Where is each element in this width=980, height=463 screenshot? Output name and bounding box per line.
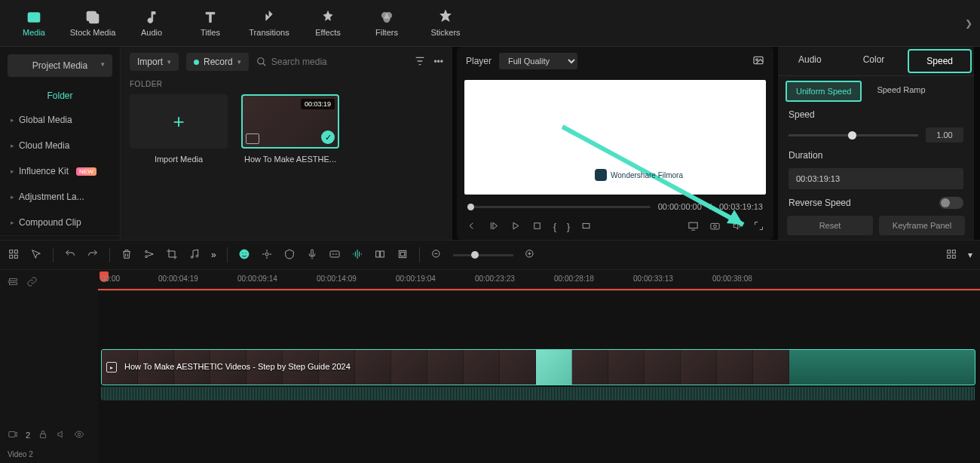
snapshot-icon[interactable] (752, 54, 764, 69)
voice-icon[interactable] (306, 248, 318, 262)
sidebar-influence-kit[interactable]: Influence KitNEW (0, 158, 120, 184)
timeline-toolbar: » ▾ (0, 240, 980, 270)
selection-tool-icon[interactable] (30, 248, 42, 262)
duration-label: Duration (789, 150, 822, 161)
timeline: 2 Video 2 00:00 00:00:04:19 00:00:09:14 … (0, 270, 980, 463)
tab-color-inspector[interactable]: Color (842, 47, 906, 75)
tab-audio[interactable]: Audio (125, 10, 178, 37)
add-track-icon[interactable] (8, 276, 19, 290)
redo-icon[interactable] (87, 248, 99, 262)
tab-titles-label: Titles (201, 28, 220, 37)
play-pause-icon[interactable] (488, 220, 499, 234)
zoom-out-icon[interactable] (430, 248, 443, 262)
duration-input[interactable]: 00:03:19:13 (789, 168, 963, 189)
tab-effects[interactable]: Effects (302, 10, 354, 37)
tab-transitions[interactable]: Transitions (243, 10, 296, 37)
media-clip-tile[interactable]: 00:03:19 ✓ How To Make AESTHE... (241, 94, 339, 164)
split-icon[interactable] (143, 248, 155, 262)
keyframe-panel-button[interactable]: Keyframe Panel (879, 216, 965, 235)
svg-rect-30 (311, 250, 313, 256)
edit-tools-icon[interactable] (8, 248, 20, 262)
link-icon[interactable] (26, 276, 38, 290)
folder-label[interactable]: Folder (0, 84, 120, 107)
keyframe-icon[interactable] (261, 248, 273, 262)
duration-badge: 00:03:19 (301, 99, 335, 109)
speed-slider[interactable] (789, 134, 918, 136)
marker-icon[interactable] (374, 248, 386, 262)
import-button[interactable]: Import▾ (130, 53, 179, 71)
svg-rect-19 (14, 250, 17, 253)
svg-rect-18 (10, 250, 13, 253)
more-icon[interactable]: ••• (433, 57, 443, 67)
scrub-bar[interactable] (467, 206, 651, 208)
player-canvas[interactable]: Wondershare Filmora (464, 80, 766, 195)
reset-button[interactable]: Reset (787, 216, 873, 235)
delete-icon[interactable] (121, 248, 133, 262)
media-type-icon (246, 133, 259, 144)
tabs-scroll-right-icon[interactable]: ❯ (965, 18, 972, 29)
svg-rect-41 (952, 255, 955, 258)
timeline-clip[interactable]: ▸ How To Make AESTHETIC Videos - Step by… (101, 349, 975, 385)
audio-enhance-icon[interactable] (351, 248, 363, 262)
mask-icon[interactable] (283, 248, 296, 262)
group-icon[interactable] (397, 248, 409, 262)
record-button[interactable]: Record▾ (186, 53, 249, 71)
settings-dropdown-icon[interactable]: ▾ (968, 250, 972, 260)
tab-audio-inspector[interactable]: Audio (778, 47, 842, 75)
visibility-icon[interactable] (74, 429, 84, 441)
ai-tools-icon[interactable] (238, 248, 250, 262)
sidebar-compound-clip[interactable]: Compound Clip (0, 210, 120, 235)
reverse-toggle[interactable] (939, 197, 963, 209)
tab-transitions-label: Transitions (249, 28, 289, 37)
svg-point-25 (196, 255, 198, 257)
tab-titles[interactable]: Titles (184, 10, 237, 37)
expand-tools-icon[interactable]: » (211, 250, 216, 260)
crop-icon[interactable] (166, 248, 178, 262)
lock-icon[interactable] (38, 429, 48, 441)
reverse-label: Reverse Speed (789, 198, 851, 208)
tab-filters[interactable]: Filters (360, 10, 413, 37)
tab-speed-inspector[interactable]: Speed (908, 49, 972, 73)
svg-point-5 (384, 16, 390, 22)
sidebar-adjustment-layers[interactable]: Adjustment La... (0, 184, 120, 210)
music-icon[interactable] (188, 248, 201, 262)
subtitle-icon[interactable] (329, 248, 341, 262)
prev-frame-icon[interactable] (466, 220, 477, 234)
mute-icon[interactable] (56, 429, 66, 441)
project-media-dropdown[interactable]: Project Media (8, 54, 112, 77)
svg-rect-20 (10, 255, 13, 258)
sidebar-global-media[interactable]: Global Media (0, 107, 120, 133)
play-icon[interactable] (510, 220, 521, 234)
subtab-uniform-speed[interactable]: Uniform Speed (786, 81, 862, 102)
svg-rect-2 (90, 14, 99, 23)
svg-rect-31 (330, 251, 339, 257)
clip-play-icon: ▸ (106, 362, 117, 373)
zoom-in-icon[interactable] (524, 248, 536, 262)
svg-point-46 (78, 433, 81, 436)
search-input[interactable] (271, 57, 407, 67)
import-media-tile[interactable]: + Import Media (130, 94, 228, 164)
stop-icon[interactable] (531, 220, 543, 234)
audio-waveform[interactable] (101, 387, 975, 400)
used-check-icon: ✓ (321, 130, 335, 144)
undo-icon[interactable] (64, 248, 76, 262)
tab-stickers[interactable]: Stickers (419, 10, 472, 37)
speed-value[interactable]: 1.00 (926, 127, 963, 143)
subtab-speed-ramp[interactable]: Speed Ramp (868, 81, 934, 102)
tab-stock-media[interactable]: Stock Media (66, 10, 119, 37)
timeline-ruler[interactable]: 00:00 00:00:04:19 00:00:09:14 00:00:14:0… (98, 270, 980, 291)
search-icon (256, 57, 267, 67)
tab-audio-label: Audio (141, 28, 162, 37)
quality-select[interactable]: Full Quality (499, 53, 577, 69)
filter-icon[interactable] (414, 55, 426, 69)
clip-name-label: How To Make AESTHE... (244, 155, 336, 164)
svg-rect-44 (9, 432, 15, 437)
sidebar-cloud-media[interactable]: Cloud Media (0, 133, 120, 158)
track-header[interactable]: 2 (0, 422, 98, 449)
tab-filters-label: Filters (375, 28, 398, 37)
asset-tabbar: Media Stock Media Audio Titles Transitio… (0, 0, 980, 47)
view-grid-icon[interactable] (945, 248, 957, 262)
svg-rect-32 (375, 251, 379, 257)
zoom-slider[interactable] (453, 254, 513, 256)
tab-media[interactable]: Media (8, 10, 60, 37)
